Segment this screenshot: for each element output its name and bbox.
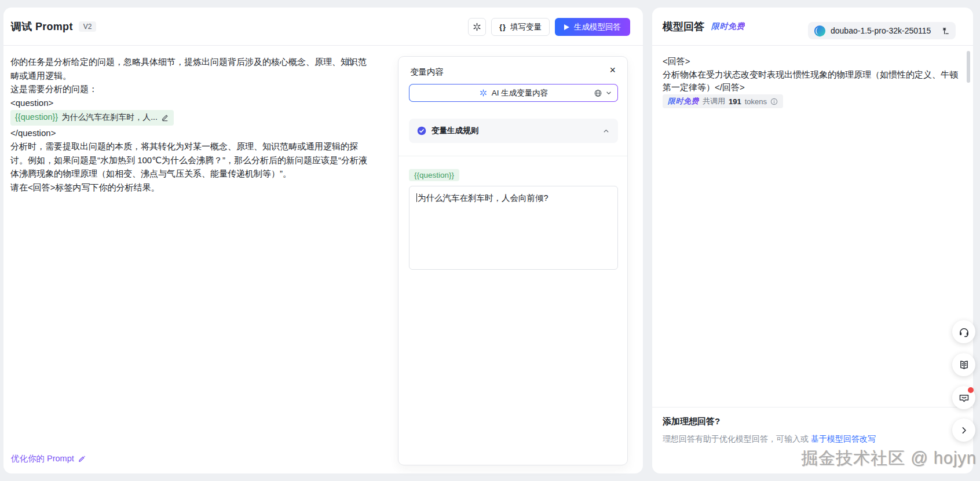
prompt-tag-close: </question> xyxy=(10,126,373,140)
question-variable-tag: {{question}} xyxy=(409,169,459,181)
ai-generate-options xyxy=(594,89,612,97)
usage-prefix: 共调用 xyxy=(703,96,725,107)
scrollbar-thumb[interactable] xyxy=(967,51,970,83)
response-title: 模型回答 xyxy=(663,20,704,34)
prompt-tag-open: <question> xyxy=(10,96,373,110)
prompt-toolbar: {} 填写变量 生成模型回答 xyxy=(468,18,630,36)
ideal-answer-description: 理想回答有助于优化模型回答，可输入或基于模型回答改写 xyxy=(663,434,876,445)
free-badge: 限时免费 xyxy=(711,21,745,32)
variable-value-text: 为什么汽车在刹车时，人会向前倾? xyxy=(418,193,548,203)
ai-sparkle-button[interactable] xyxy=(468,18,486,36)
version-badge: V2 xyxy=(79,21,97,32)
support-button[interactable] xyxy=(952,320,975,343)
copy-prompt-icon[interactable] xyxy=(344,56,354,67)
fill-variables-label: 填写变量 xyxy=(510,22,542,32)
chevron-right-icon xyxy=(959,425,969,435)
notification-dot xyxy=(968,387,974,393)
feedback-button[interactable] xyxy=(952,386,975,409)
rewrite-from-response-link[interactable]: 基于模型回答改写 xyxy=(811,434,876,443)
chevron-up-icon[interactable] xyxy=(602,127,610,135)
debug-prompt-panel: 调试 Prompt V2 {} 填写变量 生成模型回答 你的任务是分析给定的问题… xyxy=(3,8,643,473)
info-icon[interactable] xyxy=(770,98,778,105)
model-response-panel: 模型回答 限时免费 doubao-1.5-pro-32k-250115 <回答>… xyxy=(652,8,973,473)
headset-icon xyxy=(958,326,970,338)
free-badge: 限时免费 xyxy=(668,96,699,107)
play-icon xyxy=(564,24,569,30)
page-title: 调试 Prompt xyxy=(11,20,73,34)
check-circle-icon xyxy=(417,126,426,135)
variable-content-panel: 变量内容 × AI 生成变量内容 xyxy=(398,56,628,465)
ai-sparkle-icon xyxy=(479,89,488,97)
prompt-paragraph: 你的任务是分析给定的问题，忽略具体细节，提炼出问题背后涉及的核心概念、原理、知识… xyxy=(10,55,373,82)
model-selector[interactable]: doubao-1.5-pro-32k-250115 xyxy=(808,22,956,39)
braces-icon: {} xyxy=(499,23,506,31)
optimize-prompt-label: 优化你的 Prompt xyxy=(11,453,74,464)
doubao-logo-icon xyxy=(814,25,826,37)
ai-generate-variables-inner: AI 生成变量内容 xyxy=(409,85,617,101)
optimize-prompt-link[interactable]: 优化你的 Prompt xyxy=(11,453,86,464)
feedback-bubble-icon xyxy=(958,392,970,404)
divider xyxy=(398,156,627,156)
variable-rules-label: 变量生成规则 xyxy=(432,126,478,136)
prompt-paragraph: 请在<回答>标签内写下你的分析结果。 xyxy=(10,181,373,194)
divider xyxy=(652,407,973,407)
model-name: doubao-1.5-pro-32k-250115 xyxy=(831,26,931,35)
variable-preview-text: 为什么汽车在刹车时，人... xyxy=(61,111,158,124)
token-usage-badge: 限时免费 共调用 191 tokens xyxy=(663,94,783,108)
model-answer-text: <回答> 分析物体在受力状态改变时表现出惯性现象的物理原理（如惯性的定义、牛顿第… xyxy=(663,55,959,94)
close-icon[interactable]: × xyxy=(607,63,618,78)
prompt-editor[interactable]: 你的任务是分析给定的问题，忽略具体细节，提炼出问题背后涉及的核心概念、原理、知识… xyxy=(10,55,373,194)
variable-value-textarea[interactable]: 为什么汽车在刹车时，人会向前倾? xyxy=(409,186,618,270)
edit-pencil-icon[interactable] xyxy=(161,113,169,122)
ideal-answer-desc-text: 理想回答有助于优化模型回答，可输入或 xyxy=(663,434,809,443)
ideal-answer-title: 添加理想回答? xyxy=(663,416,720,427)
text-cursor xyxy=(416,193,417,202)
token-count: 191 xyxy=(729,97,741,106)
collapse-panel-button[interactable] xyxy=(952,418,975,442)
token-unit: tokens xyxy=(745,97,767,106)
prompt-paragraph: 分析时，需要提取出问题的本质，将其转化为对某一概念、原理、知识范畴或通用逻辑的探… xyxy=(10,139,373,181)
question-variable-chip[interactable]: {{question}} 为什么汽车在刹车时，人... xyxy=(10,110,174,126)
generate-response-label: 生成模型回答 xyxy=(574,22,621,32)
globe-icon[interactable] xyxy=(594,89,602,97)
variable-chip-line: {{question}} 为什么汽车在刹车时，人... xyxy=(10,110,373,126)
ai-generate-label: AI 生成变量内容 xyxy=(492,88,548,98)
chevron-down-icon[interactable] xyxy=(605,90,612,97)
swap-model-icon[interactable] xyxy=(941,27,950,35)
prompt-paragraph: 这是需要分析的问题： xyxy=(10,82,373,96)
variable-rules-section[interactable]: 变量生成规则 xyxy=(409,119,618,143)
fill-variables-button[interactable]: {} 填写变量 xyxy=(491,18,550,36)
ai-sparkle-icon xyxy=(472,22,482,32)
generate-response-button[interactable]: 生成模型回答 xyxy=(555,18,630,36)
variable-name: {{question}} xyxy=(15,111,58,124)
documentation-button[interactable] xyxy=(952,353,975,376)
ai-generate-variables-button[interactable]: AI 生成变量内容 xyxy=(409,84,618,102)
magic-pen-icon xyxy=(78,454,86,463)
variable-panel-title: 变量内容 xyxy=(410,67,444,78)
book-icon xyxy=(958,359,970,371)
